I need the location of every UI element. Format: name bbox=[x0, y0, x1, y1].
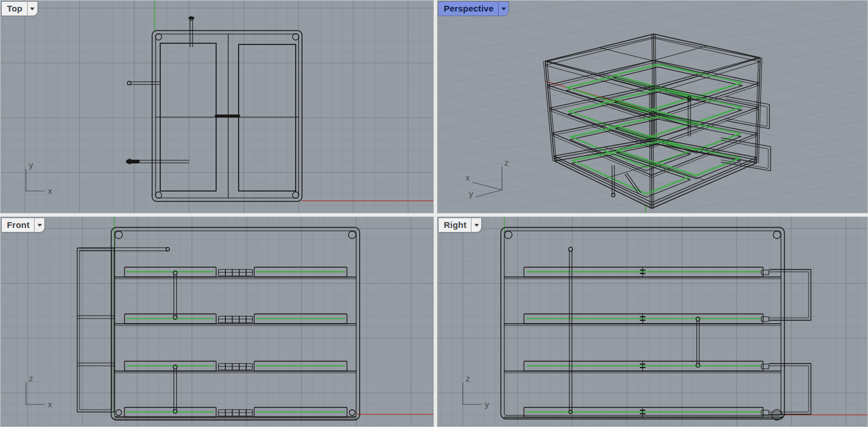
viewport-tab-front[interactable]: Front bbox=[2, 218, 44, 232]
viewport-tab-perspective[interactable]: Perspective bbox=[439, 2, 508, 16]
viewport-tab-top[interactable]: Top bbox=[2, 2, 37, 16]
chevron-down-icon bbox=[474, 224, 479, 227]
perspective-view-canvas[interactable]: zxy bbox=[437, 1, 867, 213]
svg-text:x: x bbox=[48, 186, 52, 196]
viewport-right[interactable]: zy Right bbox=[437, 216, 868, 427]
viewport-top[interactable]: yx Top bbox=[0, 0, 434, 214]
chevron-down-icon bbox=[501, 8, 506, 10]
svg-text:y: y bbox=[469, 189, 474, 198]
svg-text:y: y bbox=[485, 399, 489, 409]
svg-text:x: x bbox=[466, 173, 470, 182]
svg-text:z: z bbox=[504, 158, 509, 167]
viewport-front[interactable]: zx Front bbox=[0, 216, 434, 427]
viewport-tab-right[interactable]: Right bbox=[439, 218, 481, 232]
front-view-canvas[interactable]: zx bbox=[1, 217, 433, 426]
viewport-title-front: Front bbox=[2, 218, 34, 232]
right-view-canvas[interactable]: zy bbox=[437, 217, 867, 426]
chevron-down-icon bbox=[37, 224, 42, 227]
viewport-menu-button-perspective[interactable] bbox=[498, 2, 508, 16]
svg-text:y: y bbox=[29, 160, 33, 170]
svg-text:z: z bbox=[29, 373, 33, 383]
svg-text:z: z bbox=[466, 373, 470, 383]
top-view-canvas[interactable]: yx bbox=[1, 1, 433, 213]
viewport-menu-button-front[interactable] bbox=[34, 218, 44, 232]
viewport-menu-button-top[interactable] bbox=[27, 2, 37, 16]
viewport-title-top: Top bbox=[2, 2, 27, 16]
viewport-perspective[interactable]: zxy Perspective bbox=[437, 0, 868, 214]
viewport-menu-button-right[interactable] bbox=[471, 218, 481, 232]
chevron-down-icon bbox=[30, 8, 35, 10]
viewport-title-perspective: Perspective bbox=[439, 2, 498, 16]
viewport-title-right: Right bbox=[439, 218, 471, 232]
svg-text:x: x bbox=[48, 399, 52, 409]
